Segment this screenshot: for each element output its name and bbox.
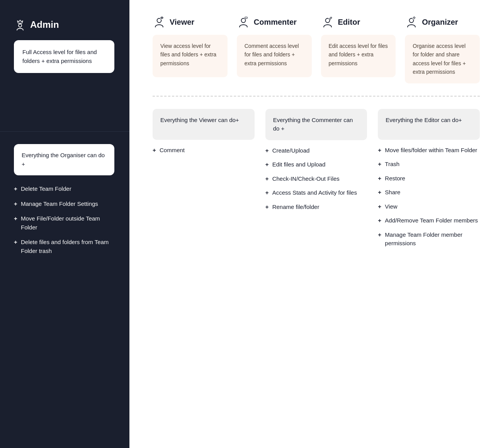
sidebar: Admin Full Access level for files and fo… (0, 0, 129, 448)
role-desc-organizer: Organise access level for folder and sha… (405, 35, 480, 83)
perm-column-0: Everything the Viewer can do+Comment (153, 109, 255, 248)
perm-list-item: Move files/folder within Team Folder (378, 146, 480, 155)
role-desc-editor: Edit access level for files and folders … (321, 35, 396, 77)
role-title-editor: Editor (321, 15, 396, 29)
permissions-section: Everything the Viewer can do+CommentEver… (129, 97, 503, 263)
perm-list-item: View (378, 202, 480, 211)
edit-person-icon (321, 15, 334, 29)
admin-extra-list: Delete Team FolderManage Team Folder Set… (14, 185, 116, 255)
admin-access-text: Full Access level for files and folders … (22, 49, 97, 64)
comment-person-icon (237, 15, 250, 29)
role-name-editor: Editor (338, 18, 360, 27)
perm-list-item: Access Stats and Activity for files (265, 188, 367, 197)
perm-list-2: Move files/folder within Team FolderTras… (378, 146, 480, 248)
perm-everything-card-2: Everything the Editor can do+ (378, 109, 480, 140)
svg-point-0 (19, 24, 22, 27)
role-column-commenter: Commenter Comment access level for files… (237, 15, 312, 83)
sidebar-top-section: Admin Full Access level for files and fo… (0, 0, 129, 131)
role-title-viewer: Viewer (153, 15, 228, 29)
perm-column-1: Everything the Commenter can do +Create/… (265, 109, 367, 248)
role-desc-viewer: View access level for files and folders … (153, 35, 228, 77)
roles-section: Viewer View access level for files and f… (129, 0, 503, 96)
main-content: Viewer View access level for files and f… (129, 0, 503, 448)
admin-icon (14, 19, 26, 31)
perm-list-item: Restore (378, 174, 480, 183)
perm-list-item: Edit files and Upload (265, 160, 367, 169)
perm-list-item: Create/Upload (265, 146, 367, 155)
admin-role-header: Admin (14, 19, 59, 31)
perm-list-item: Manage Team Folder member permissions (378, 231, 480, 248)
role-title-organizer: Organizer (405, 15, 480, 29)
perm-list-item: Rename file/folder (265, 203, 367, 212)
role-name-commenter: Commenter (254, 18, 297, 27)
eye-person-icon (153, 15, 166, 29)
sidebar-extra-item: Delete files and folders from Team Folde… (14, 238, 116, 255)
role-title-commenter: Commenter (237, 15, 312, 29)
admin-everything-text: Everything the Organiser can do + (22, 152, 105, 167)
perm-list-item: Check-IN/Check-Out Files (265, 175, 367, 183)
role-name-organizer: Organizer (422, 18, 458, 27)
perm-column-2: Everything the Editor can do+Move files/… (378, 109, 480, 248)
perm-list-item: Add/Remove Team Folder members (378, 216, 480, 225)
gear-person-icon (405, 15, 418, 29)
role-desc-commenter: Comment access level for files and folde… (237, 35, 312, 77)
sidebar-extra-item: Move File/Folder outside Team Folder (14, 214, 116, 232)
perm-list-0: Comment (153, 146, 255, 155)
role-column-editor: Editor Edit access level for files and f… (321, 15, 396, 83)
perm-list-item: Comment (153, 146, 255, 155)
perm-list-1: Create/UploadEdit files and UploadCheck-… (265, 146, 367, 212)
sidebar-extra-item: Delete Team Folder (14, 185, 116, 193)
perm-everything-card-1: Everything the Commenter can do + (265, 109, 367, 140)
role-column-organizer: Organizer Organise access level for fold… (405, 15, 480, 83)
admin-access-card: Full Access level for files and folders … (14, 40, 114, 73)
perm-list-item: Trash (378, 160, 480, 169)
sidebar-extra-item: Manage Team Folder Settings (14, 200, 116, 209)
role-column-viewer: Viewer View access level for files and f… (153, 15, 228, 83)
perm-list-item: Share (378, 188, 480, 197)
perm-everything-card-0: Everything the Viewer can do+ (153, 109, 255, 140)
admin-role-label: Admin (30, 19, 59, 30)
svg-point-4 (161, 17, 162, 18)
admin-everything-card: Everything the Organiser can do + (14, 144, 114, 175)
sidebar-bottom-section: Everything the Organiser can do + Delete… (0, 131, 129, 448)
role-name-viewer: Viewer (170, 18, 194, 27)
